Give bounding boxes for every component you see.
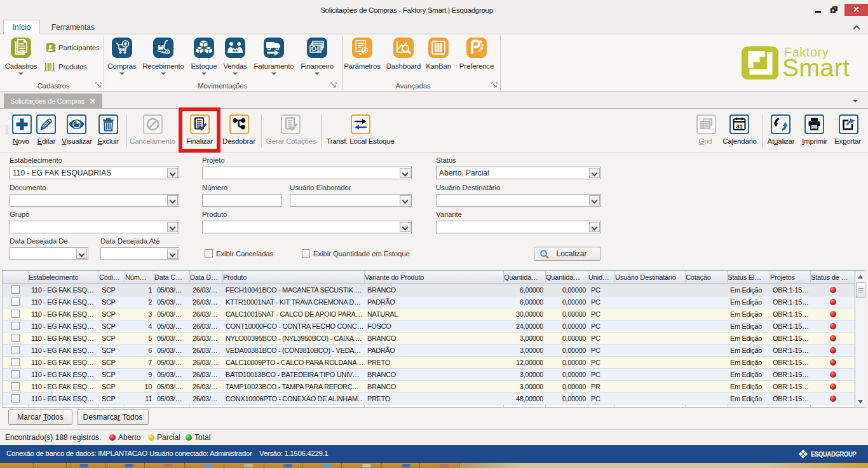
svg-text:31: 31 <box>736 123 743 130</box>
